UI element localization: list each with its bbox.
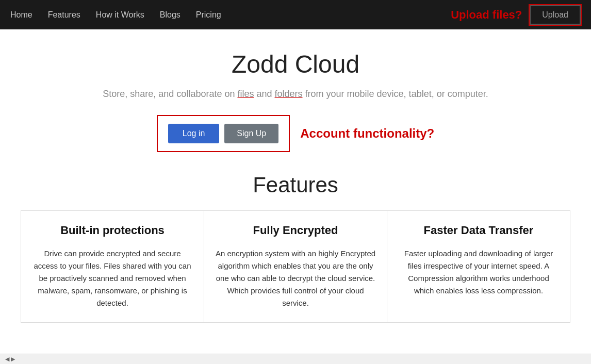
upload-button[interactable]: Upload	[530, 5, 581, 25]
subtitle-pre: Store, share, and collaborate on	[103, 89, 237, 99]
nav-blogs[interactable]: Blogs	[160, 10, 180, 20]
nav-features[interactable]: Features	[48, 10, 80, 20]
account-question-text: Account functionality?	[300, 126, 434, 141]
upload-question-text: Upload files?	[451, 8, 522, 22]
bottom-bar: ◀ ▶	[0, 354, 591, 364]
nav-home[interactable]: Home	[10, 10, 32, 20]
feature-title-0: Built-in protections	[31, 224, 193, 237]
auth-box: Log in Sign Up	[157, 115, 290, 152]
features-grid: Built-in protections Drive can provide e…	[21, 210, 570, 323]
auth-container: Log in Sign Up Account functionality?	[157, 115, 435, 152]
app-title: Zodd Cloud	[232, 50, 359, 78]
feature-desc-0: Drive can provide encrypted and secure a…	[31, 247, 193, 309]
nav-how-it-works[interactable]: How it Works	[96, 10, 144, 20]
features-section: Features Built-in protections Drive can …	[10, 173, 581, 323]
nav-links: Home Features How it Works Blogs Pricing	[10, 10, 451, 20]
feature-title-1: Fully Encrypted	[215, 224, 376, 237]
bottom-bar-text: ◀ ▶	[5, 356, 15, 362]
hero-subtitle: Store, share, and collaborate on files a…	[103, 89, 488, 100]
subtitle-folders-link[interactable]: folders	[275, 89, 303, 99]
subtitle-mid: and	[254, 89, 274, 99]
nav-right: Upload files? Upload	[451, 5, 581, 25]
subtitle-post: from your mobile device, tablet, or comp…	[303, 89, 488, 99]
feature-card-0: Built-in protections Drive can provide e…	[21, 210, 204, 323]
nav-pricing[interactable]: Pricing	[196, 10, 221, 20]
navbar: Home Features How it Works Blogs Pricing…	[0, 0, 591, 29]
feature-card-2: Faster Data Transfer Faster uploading an…	[387, 210, 570, 323]
features-title: Features	[21, 173, 570, 197]
feature-desc-2: Faster uploading and downloading of larg…	[398, 247, 560, 297]
feature-desc-1: An encryption system with an highly Encr…	[215, 247, 376, 309]
feature-title-2: Faster Data Transfer	[398, 224, 560, 237]
subtitle-files-link[interactable]: files	[237, 89, 254, 99]
signup-button[interactable]: Sign Up	[224, 124, 278, 143]
main-content: Zodd Cloud Store, share, and collaborate…	[0, 29, 591, 333]
login-button[interactable]: Log in	[168, 124, 220, 143]
feature-card-1: Fully Encrypted An encryption system wit…	[204, 210, 387, 323]
